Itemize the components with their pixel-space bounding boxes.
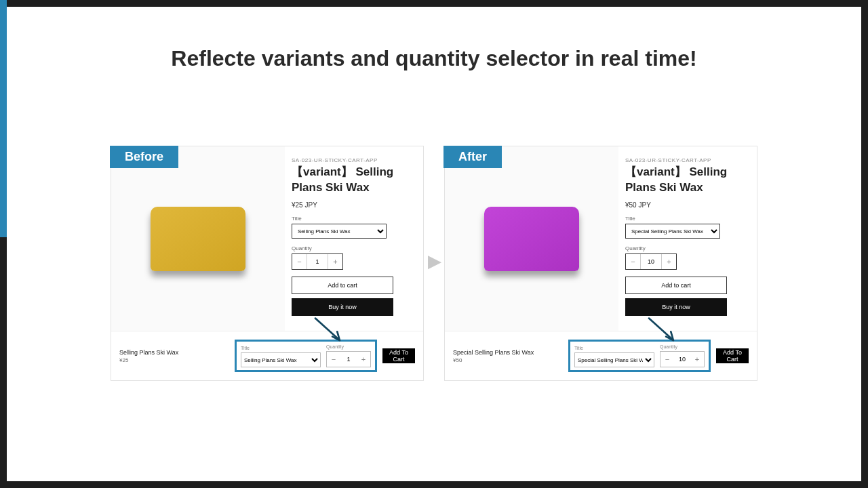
product-title: 【variant】 Selling Plans Ski Wax (625, 165, 745, 196)
sku: SA-023-UR-STICKY-CART-APP (625, 157, 745, 163)
sticky-qty-minus[interactable]: − (660, 352, 674, 367)
sticky-qty-minus[interactable]: − (327, 352, 340, 367)
chevron-right-icon: ▶ (428, 251, 441, 272)
sticky-qty-value: 1 (340, 356, 357, 363)
panel-before: Before SA-023-UR-STICKY-CART-APP 【varian… (111, 146, 424, 381)
product-price: ¥25 JPY (292, 201, 411, 209)
quantity-label: Quantity (292, 245, 411, 251)
qty-value: 10 (641, 258, 661, 265)
tag-before: Before (110, 146, 178, 168)
qty-value: 1 (307, 258, 328, 265)
product-image-before (111, 146, 285, 331)
sticky-product-price: ¥50 (453, 357, 568, 363)
sticky-product-name: Selling Plans Ski Wax (119, 349, 235, 356)
sticky-product-name: Special Selling Plans Ski Wax (453, 349, 568, 356)
sticky-qty-stepper: − 10 + (660, 351, 705, 367)
sticky-qty-value: 10 (674, 356, 690, 363)
sticky-title-label: Title (574, 346, 654, 350)
sticky-cart-after: Special Selling Plans Ski Wax ¥50 Title … (445, 331, 757, 380)
sticky-product-price: ¥25 (119, 357, 235, 363)
quantity-label: Quantity (625, 245, 745, 251)
sticky-qty-plus[interactable]: + (357, 352, 370, 367)
title-label: Title (625, 216, 745, 222)
add-to-cart-button[interactable]: Add to cart (625, 277, 727, 294)
sticky-qty-label: Quantity (326, 344, 371, 349)
add-to-cart-button[interactable]: Add to cart (292, 277, 393, 294)
page-surface: Reflecte variants and quantity selector … (7, 7, 861, 481)
sticky-title-label: Title (241, 346, 321, 350)
qty-plus[interactable]: + (661, 254, 676, 269)
sticky-qty-label: Quantity (660, 344, 705, 349)
sticky-variant-select[interactable]: Special Selling Plans Ski Wax (574, 352, 654, 367)
variant-select[interactable]: Special Selling Plans Ski Wax (625, 224, 720, 239)
wax-icon (151, 207, 245, 271)
product-image-after (445, 146, 618, 331)
qty-minus[interactable]: − (292, 254, 307, 269)
sticky-add-to-cart-button[interactable]: Add To Cart (382, 348, 415, 363)
buy-now-button[interactable]: Buy it now (625, 298, 727, 316)
variant-select[interactable]: Selling Plans Ski Wax (292, 224, 387, 239)
tag-after: After (443, 146, 502, 168)
product-price: ¥50 JPY (625, 201, 745, 209)
sticky-qty-plus[interactable]: + (690, 352, 704, 367)
product-title: 【variant】 Selling Plans Ski Wax (292, 165, 411, 196)
presentation-frame: Reflecte variants and quantity selector … (0, 0, 868, 488)
buy-now-button[interactable]: Buy it now (292, 298, 393, 316)
page-title: Reflecte variants and quantity selector … (7, 46, 861, 71)
quantity-stepper: − 1 + (292, 253, 343, 270)
panel-after: After SA-023-UR-STICKY-CART-APP 【variant… (444, 146, 757, 381)
sticky-qty-stepper: − 1 + (326, 351, 371, 367)
wax-icon (484, 207, 579, 271)
quantity-stepper: − 10 + (625, 253, 677, 270)
sku: SA-023-UR-STICKY-CART-APP (292, 157, 411, 163)
sticky-variant-select[interactable]: Selling Plans Ski Wax (241, 352, 321, 367)
qty-minus[interactable]: − (626, 254, 641, 269)
sticky-add-to-cart-button[interactable]: Add To Cart (716, 348, 749, 363)
qty-plus[interactable]: + (328, 254, 342, 269)
sticky-cart-before: Selling Plans Ski Wax ¥25 Title Selling … (111, 331, 423, 380)
title-label: Title (292, 216, 411, 222)
